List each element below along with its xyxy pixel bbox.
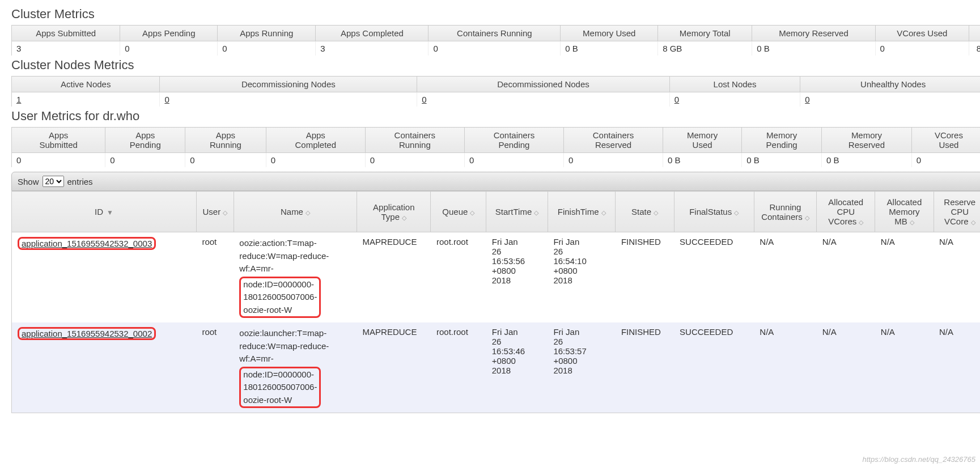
- sort-icon: ◇: [971, 219, 975, 226]
- name-highlight: node:ID=0000000-180126005007006-oozie-ro…: [239, 277, 321, 319]
- col-header[interactable]: Apps Running: [218, 26, 316, 41]
- cell-queue: root.root: [431, 232, 486, 323]
- metric-value: 1: [12, 92, 160, 107]
- col-header[interactable]: FinishTime◇: [548, 192, 616, 232]
- col-header[interactable]: MemoryPending: [742, 128, 822, 153]
- metric-value: 0 B: [742, 153, 822, 168]
- metric-value: 0: [160, 92, 417, 107]
- table-row: application_1516955942532_0002rootoozie:…: [12, 322, 981, 413]
- cell-id: application_1516955942532_0002: [12, 322, 197, 413]
- section-user-metrics: User Metrics for dr.who: [11, 109, 980, 124]
- col-header[interactable]: ApplicationType◇: [357, 192, 431, 232]
- sort-icon: ◇: [470, 209, 474, 216]
- sort-icon: ◇: [805, 214, 809, 221]
- node-link[interactable]: 1: [16, 95, 21, 104]
- cell-finish: Fri Jan2616:54:10+08002018: [548, 232, 616, 323]
- col-header[interactable]: Memory Used: [561, 26, 658, 41]
- col-header[interactable]: Apps Submitted: [12, 26, 120, 41]
- col-header[interactable]: Unhealthy Nodes: [800, 77, 980, 92]
- cell-type: MAPREDUCE: [357, 322, 431, 413]
- col-header[interactable]: RunningContainers◇: [754, 192, 816, 232]
- col-header[interactable]: MemoryReserved: [822, 128, 912, 153]
- metric-value: 0: [266, 153, 365, 168]
- col-header[interactable]: Active Nodes: [12, 77, 160, 92]
- metric-value: 0: [417, 92, 670, 107]
- col-header[interactable]: AppsPending: [105, 128, 185, 153]
- col-header[interactable]: User◇: [196, 192, 234, 232]
- metric-value: 0: [429, 41, 561, 56]
- col-header[interactable]: Memory Reserved: [752, 26, 875, 41]
- apps-table: ID▼User◇Name◇ApplicationType◇Queue◇Start…: [11, 191, 980, 413]
- col-header[interactable]: ReserveCPUVCore◇: [934, 192, 980, 232]
- sort-icon: ◇: [402, 214, 406, 221]
- metric-value: 8: [969, 41, 981, 56]
- nodes-metrics-table: Active NodesDecommissioning NodesDecommi…: [11, 76, 980, 107]
- sort-icon: ◇: [534, 209, 538, 216]
- cell-state: FINISHED: [616, 322, 674, 413]
- entries-label: entries: [67, 177, 93, 186]
- sort-icon: ◇: [734, 209, 739, 216]
- col-header[interactable]: ContainersReserved: [563, 128, 663, 153]
- col-header[interactable]: AppsRunning: [185, 128, 266, 153]
- col-header[interactable]: AppsSubmitted: [12, 128, 105, 153]
- col-header[interactable]: AllocatedCPUVCores◇: [817, 192, 875, 232]
- col-header[interactable]: Apps Completed: [316, 26, 429, 41]
- cell-type: MAPREDUCE: [357, 232, 431, 323]
- col-header[interactable]: Queue◇: [431, 192, 486, 232]
- col-header[interactable]: Lost Nodes: [669, 77, 800, 92]
- cell-id: application_1516955942532_0003: [12, 232, 197, 323]
- col-header[interactable]: ContainersRunning: [365, 128, 464, 153]
- cell-mem: N/A: [875, 232, 934, 323]
- app-id-link[interactable]: application_1516955942532_0003: [22, 239, 152, 248]
- col-header[interactable]: StartTime◇: [486, 192, 548, 232]
- node-link[interactable]: 0: [805, 95, 809, 104]
- node-link[interactable]: 0: [422, 95, 426, 104]
- cell-cpu: N/A: [817, 232, 875, 323]
- col-header[interactable]: FinalStatus◇: [674, 192, 754, 232]
- metric-value: 0: [120, 41, 218, 56]
- col-header[interactable]: State◇: [616, 192, 674, 232]
- cell-queue: root.root: [431, 322, 486, 413]
- col-header[interactable]: Containers Running: [429, 26, 561, 41]
- col-header[interactable]: Name◇: [234, 192, 357, 232]
- col-header[interactable]: ContainersPending: [464, 128, 563, 153]
- cluster-metrics-table: Apps SubmittedApps PendingApps RunningAp…: [11, 25, 980, 56]
- node-link[interactable]: 0: [164, 95, 169, 104]
- col-header[interactable]: VCores Used: [875, 26, 969, 41]
- metric-value: 0: [105, 153, 185, 168]
- metric-value: 0 B: [561, 41, 658, 56]
- col-header[interactable]: Memory Total: [658, 26, 752, 41]
- metric-value: 0: [218, 41, 316, 56]
- col-header[interactable]: AllocatedMemoryMB◇: [875, 192, 934, 232]
- col-header[interactable]: Decommissioning Nodes: [160, 77, 417, 92]
- section-cluster-nodes: Cluster Nodes Metrics: [11, 58, 980, 73]
- node-link[interactable]: 0: [674, 95, 679, 104]
- sort-icon: ◇: [306, 209, 310, 216]
- page-size-select[interactable]: 20: [43, 176, 64, 187]
- sort-icon: ◇: [223, 209, 227, 216]
- col-header[interactable]: Decommissioned Nodes: [417, 77, 670, 92]
- cell-rc: N/A: [754, 232, 816, 323]
- app-id-link[interactable]: application_1516955942532_0002: [22, 329, 152, 338]
- metric-value: 0: [911, 153, 980, 168]
- cell-user: root: [196, 232, 234, 323]
- col-header[interactable]: VCoresUsed: [911, 128, 980, 153]
- sort-icon: ◇: [910, 219, 914, 226]
- app-id-highlight: application_1516955942532_0003: [18, 237, 156, 250]
- metric-value: 0: [800, 92, 980, 107]
- cell-start: Fri Jan2616:53:56+08002018: [486, 232, 548, 323]
- col-header[interactable]: ID▼: [12, 192, 197, 232]
- sort-icon: ◇: [859, 219, 863, 226]
- cell-name: oozie:action:T=map-reduce:W=map-reduce-w…: [234, 232, 357, 323]
- cell-start: Fri Jan2616:53:46+08002018: [486, 322, 548, 413]
- cell-finish: Fri Jan2616:53:57+08002018: [548, 322, 616, 413]
- col-header[interactable]: AppsCompleted: [266, 128, 365, 153]
- col-header[interactable]: Apps Pending: [120, 26, 218, 41]
- cell-rc: N/A: [754, 322, 816, 413]
- metric-value: 3: [12, 41, 120, 56]
- col-header: [969, 26, 981, 41]
- metric-value: 0: [12, 153, 105, 168]
- app-id-highlight: application_1516955942532_0002: [18, 327, 156, 340]
- name-text: oozie:launcher:T=map-reduce:W=map-reduce…: [239, 328, 329, 363]
- col-header[interactable]: MemoryUsed: [663, 128, 742, 153]
